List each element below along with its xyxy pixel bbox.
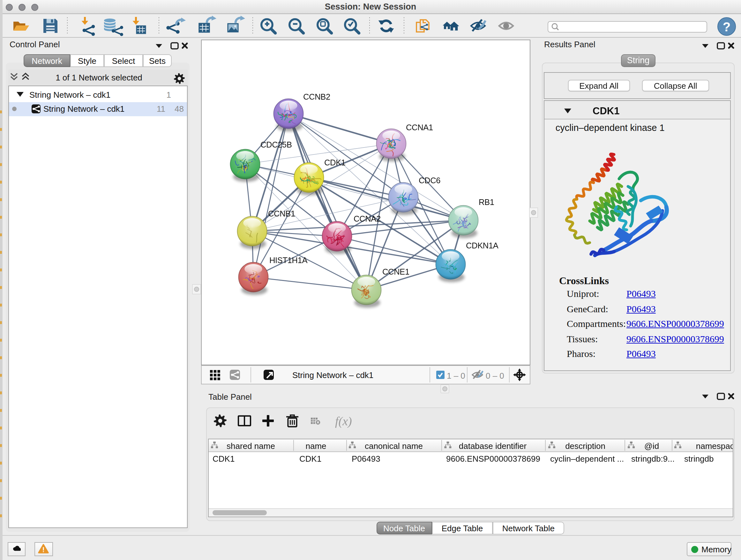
svg-text:CCNB2: CCNB2 [303,92,330,101]
svg-text:CDKN1A: CDKN1A [466,241,499,250]
svg-text:CCNB1: CCNB1 [268,209,295,218]
svg-text:CDK1: CDK1 [324,158,346,167]
svg-text:HIST1H1A: HIST1H1A [269,256,308,265]
svg-text:CDC25B: CDC25B [260,140,292,149]
svg-text:CCNA2: CCNA2 [354,214,381,223]
svg-text:CDC6: CDC6 [419,176,441,185]
svg-text:CCNE1: CCNE1 [382,267,409,276]
svg-text:RB1: RB1 [479,198,494,206]
svg-text:CCNA1: CCNA1 [406,123,433,132]
svg-text:f(x): f(x) [335,414,352,428]
